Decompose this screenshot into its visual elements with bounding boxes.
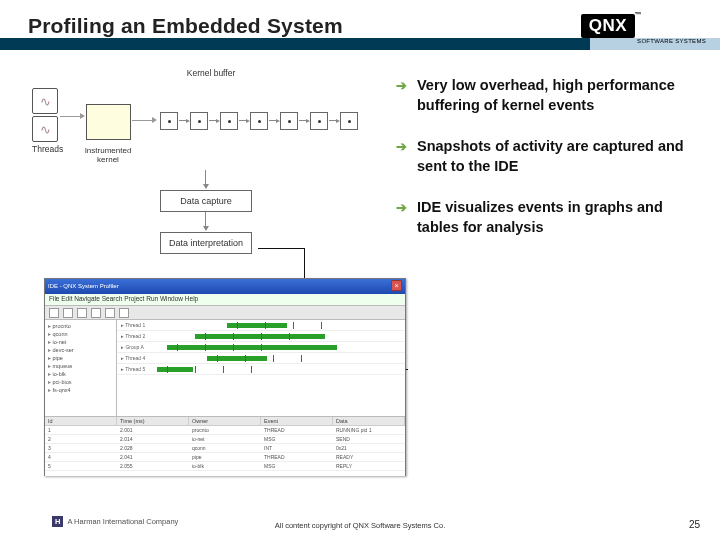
tree-item: pipe bbox=[48, 354, 113, 362]
toolbar-button-icon bbox=[119, 308, 129, 318]
table-cell: pipe bbox=[189, 453, 261, 461]
tree-item: devc-ser bbox=[48, 346, 113, 354]
tree-item: io-net bbox=[48, 338, 113, 346]
threads-group: ∿ ∿ Threads bbox=[32, 88, 63, 154]
bullets-column: ➔ Very low overhead, high performance bu… bbox=[396, 76, 696, 259]
ide-tree: procntoqconnio-netdevc-serpipemqueueio-b… bbox=[45, 320, 117, 416]
table-cell: 2.001 bbox=[117, 426, 189, 434]
table-row: 52.055io-blkMSGREPLY bbox=[45, 462, 405, 471]
event-mark-icon bbox=[321, 322, 322, 329]
pipeline-diagram: ∿ ∿ Threads Instrumented kernel Kernel b… bbox=[30, 72, 375, 172]
table-cell: io-net bbox=[189, 435, 261, 443]
bullet-item: ➔ Very low overhead, high performance bu… bbox=[396, 76, 696, 115]
toolbar-button-icon bbox=[91, 308, 101, 318]
slide-body: ∿ ∿ Threads Instrumented kernel Kernel b… bbox=[0, 62, 720, 480]
table-row: 32.028qconnINT0x21 bbox=[45, 444, 405, 453]
bullet-item: ➔ Snapshots of activity are captured and… bbox=[396, 137, 696, 176]
bullet-item: ➔ IDE visualizes events in graphs and ta… bbox=[396, 198, 696, 237]
buffer-cell bbox=[250, 112, 268, 130]
bullet-text: Very low overhead, high performance buff… bbox=[417, 76, 696, 115]
bullet-arrow-icon: ➔ bbox=[396, 200, 407, 237]
buffer-cell bbox=[190, 112, 208, 130]
table-cell: 2.041 bbox=[117, 453, 189, 461]
event-mark-icon bbox=[233, 333, 234, 340]
slide-header: Profiling an Embedded System QNX ™ SOFTW… bbox=[0, 0, 720, 62]
ide-title-text: IDE - QNX System Profiler bbox=[48, 279, 119, 294]
logo-subtitle: SOFTWARE SYSTEMS bbox=[637, 38, 706, 44]
down-arrow-icon bbox=[205, 170, 206, 188]
table-row: 42.041pipeTHREADREADY bbox=[45, 453, 405, 462]
trace-bar bbox=[157, 367, 193, 372]
logo-mark: QNX ™ bbox=[581, 14, 635, 38]
event-mark-icon bbox=[205, 344, 206, 351]
timeline-row: ▸ Thread 2 bbox=[117, 331, 405, 342]
wave-icon: ∿ bbox=[32, 116, 58, 142]
mini-arrow-icon bbox=[179, 120, 187, 121]
table-cell: 3 bbox=[45, 444, 117, 452]
event-mark-icon bbox=[167, 366, 168, 373]
qnx-logo: QNX ™ SOFTWARE SYSTEMS bbox=[581, 6, 706, 46]
wave-icon: ∿ bbox=[32, 88, 58, 114]
event-mark-icon bbox=[245, 355, 246, 362]
table-cell: 2.028 bbox=[117, 444, 189, 452]
event-mark-icon bbox=[195, 366, 196, 373]
event-mark-icon bbox=[273, 355, 274, 362]
ide-titlebar: IDE - QNX System Profiler × bbox=[45, 279, 405, 294]
mini-arrow-icon bbox=[299, 120, 307, 121]
mini-arrow-icon bbox=[269, 120, 277, 121]
table-cell: procnto bbox=[189, 426, 261, 434]
event-mark-icon bbox=[177, 344, 178, 351]
event-mark-icon bbox=[261, 333, 262, 340]
buffer-cell bbox=[340, 112, 358, 130]
tree-item: pci-bios bbox=[48, 378, 113, 386]
table-cell: THREAD bbox=[261, 453, 333, 461]
diagram-column: ∿ ∿ Threads Instrumented kernel Kernel b… bbox=[30, 72, 375, 172]
event-mark-icon bbox=[293, 322, 294, 329]
table-cell: 5 bbox=[45, 462, 117, 470]
kernel-label: Instrumented kernel bbox=[76, 146, 140, 164]
toolbar-button-icon bbox=[77, 308, 87, 318]
buffer-cell bbox=[280, 112, 298, 130]
ide-event-table: IdTime (ms)OwnerEventData 12.001procntoT… bbox=[45, 416, 405, 476]
close-icon: × bbox=[391, 280, 402, 291]
ide-menubar: File Edit Navigate Search Project Run Wi… bbox=[45, 294, 405, 306]
step-data-capture: Data capture bbox=[160, 190, 252, 212]
event-mark-icon bbox=[289, 333, 290, 340]
mini-arrow-icon bbox=[329, 120, 337, 121]
tree-item: fs-qnx4 bbox=[48, 386, 113, 394]
down-arrow-icon bbox=[205, 212, 206, 230]
trademark-icon: ™ bbox=[635, 11, 643, 18]
trace-bar bbox=[167, 345, 337, 350]
step-data-interpret: Data interpretation bbox=[160, 232, 252, 254]
buffer-cell bbox=[160, 112, 178, 130]
bullet-text: IDE visualizes events in graphs and tabl… bbox=[417, 198, 696, 237]
tree-item: mqueue bbox=[48, 362, 113, 370]
table-cell: 1 bbox=[45, 426, 117, 434]
ide-timeline: ▸ Thread 1▸ Thread 2▸ Group A▸ Thread 4▸… bbox=[117, 320, 405, 416]
column-header: Owner bbox=[189, 417, 261, 425]
tree-item: procnto bbox=[48, 322, 113, 330]
table-cell: MSG bbox=[261, 462, 333, 470]
table-cell: REPLY bbox=[333, 462, 405, 470]
table-row: 12.001procntoTHREADRUNNING pid 1 bbox=[45, 426, 405, 435]
arrow-line bbox=[60, 116, 82, 117]
buffer-label: Kernel buffer bbox=[184, 68, 238, 78]
bullet-text: Snapshots of activity are captured and s… bbox=[417, 137, 696, 176]
column-header: Time (ms) bbox=[117, 417, 189, 425]
tree-item: qconn bbox=[48, 330, 113, 338]
page-number: 25 bbox=[689, 519, 700, 530]
event-mark-icon bbox=[237, 322, 238, 329]
event-mark-icon bbox=[251, 366, 252, 373]
table-cell: 4 bbox=[45, 453, 117, 461]
timeline-row: ▸ Group A bbox=[117, 342, 405, 353]
toolbar-button-icon bbox=[49, 308, 59, 318]
event-mark-icon bbox=[261, 344, 262, 351]
table-row: 22.014io-netMSGSEND bbox=[45, 435, 405, 444]
table-cell: READY bbox=[333, 453, 405, 461]
table-cell: 0x21 bbox=[333, 444, 405, 452]
copyright-text: All content copyright of QNX Software Sy… bbox=[0, 521, 720, 530]
table-cell: qconn bbox=[189, 444, 261, 452]
mini-arrow-icon bbox=[239, 120, 247, 121]
table-cell: THREAD bbox=[261, 426, 333, 434]
timeline-row: ▸ Thread 4 bbox=[117, 353, 405, 364]
